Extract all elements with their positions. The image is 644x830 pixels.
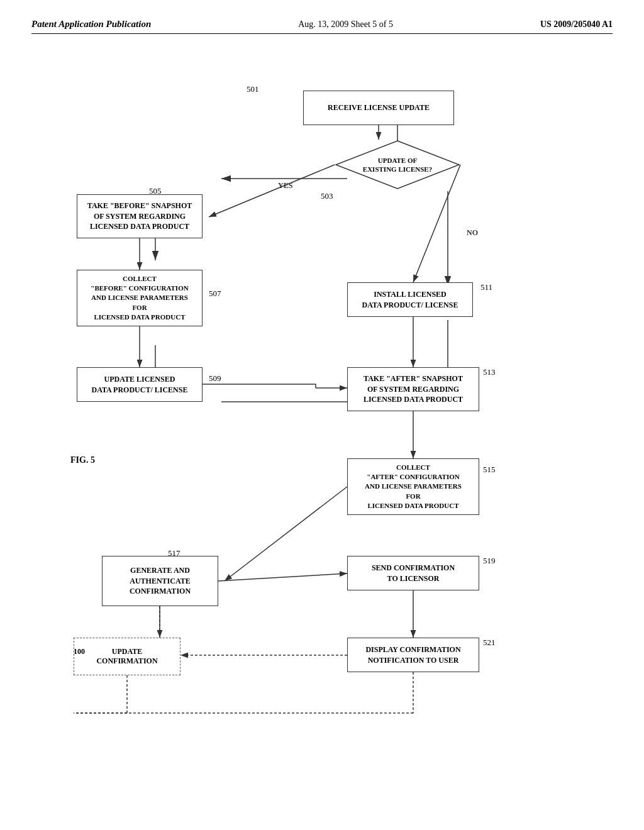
- box-generate-authenticate: GENERATE AND AUTHENTICATE CONFIRMATION: [102, 556, 218, 606]
- label-509: 509: [209, 374, 221, 384]
- page: Patent Application Publication Aug. 13, …: [0, 0, 644, 830]
- box-take-before-snapshot: TAKE "BEFORE" SNAPSHOT OF SYSTEM REGARDI…: [77, 194, 203, 238]
- label-503: 503: [321, 191, 333, 201]
- box-display-confirmation: DISPLAY CONFIRMATION NOTIFICATION TO USE…: [347, 638, 479, 672]
- label-517: 517: [168, 548, 180, 558]
- header-right: US 2009/205040 A1: [540, 19, 613, 30]
- svg-text:YES: YES: [278, 181, 293, 190]
- label-100: 100: [74, 647, 85, 656]
- label-505: 505: [149, 186, 162, 196]
- box-send-confirmation: SEND CONFIRMATION TO LICENSOR: [347, 556, 479, 590]
- label-519: 519: [483, 556, 496, 566]
- diagram-area: 501 RECEIVE LICENSE UPDATE UPDATE OFEXIS…: [39, 47, 605, 782]
- svg-line-15: [209, 165, 335, 217]
- svg-line-29: [218, 573, 347, 581]
- page-header: Patent Application Publication Aug. 13, …: [31, 19, 613, 34]
- box-collect-after-config: COLLECT "AFTER" CONFIGURATION AND LICENS…: [347, 458, 479, 515]
- label-513: 513: [483, 367, 496, 377]
- dashed-box-update-confirmation: UPDATE CONFIRMATION: [74, 638, 180, 675]
- box-receive-license-update: RECEIVE LICENSE UPDATE: [303, 91, 454, 125]
- svg-text:NO: NO: [467, 228, 478, 237]
- header-left: Patent Application Publication: [31, 19, 151, 30]
- label-501: 501: [247, 84, 259, 94]
- label-507: 507: [209, 289, 221, 299]
- fig-label: FIG. 5: [70, 455, 95, 465]
- box-collect-before-config: COLLECT "BEFORE" CONFIGURATION AND LICEN…: [77, 270, 203, 326]
- box-take-after-snapshot: TAKE "AFTER" SNAPSHOT OF SYSTEM REGARDIN…: [347, 367, 479, 411]
- label-511: 511: [480, 282, 492, 292]
- label-515: 515: [483, 465, 496, 475]
- svg-line-26: [225, 487, 347, 581]
- box-update-licensed: UPDATE LICENSED DATA PRODUCT/ LICENSE: [77, 367, 203, 402]
- box-install-licensed: INSTALL LICENSED DATA PRODUCT/ LICENSE: [347, 282, 473, 317]
- header-center: Aug. 13, 2009 Sheet 5 of 5: [298, 19, 393, 30]
- diamond-update-existing-license: UPDATE OFEXISTING LICENSE?: [335, 140, 460, 190]
- label-521: 521: [483, 638, 496, 648]
